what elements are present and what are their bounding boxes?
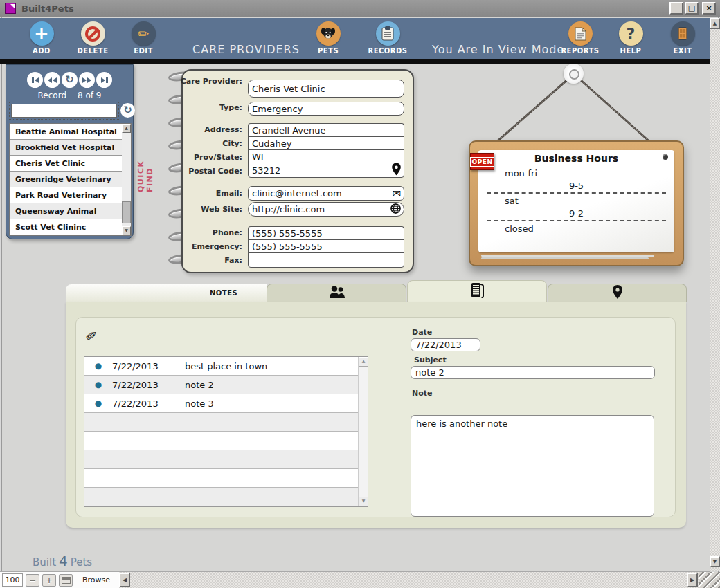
list-item[interactable]: Scott Vet Clininc [10,219,123,235]
close-button[interactable]: × [702,2,716,15]
phone-field[interactable]: (555) 555-5555 [248,226,404,240]
title-bar[interactable]: Built4Pets _ □ × [0,0,720,17]
previous-record-button[interactable] [44,72,60,88]
scroll-up-icon[interactable]: ▲ [122,124,131,133]
hours-day: mon-fri [505,168,537,178]
layout-icon [62,577,71,584]
list-item[interactable]: Brookfield Vet Hospital [10,140,123,156]
main-toolbar: + ADD DELETE ✎ EDIT CARE PROVIDERS PETS … [0,18,710,59]
emergency-field[interactable]: (555) 555-5555 [248,239,404,253]
address-field[interactable]: Crandell Avenue [248,123,404,137]
web-site-field[interactable]: http://clinic.com [248,202,404,217]
business-hours-title: Business Hours [478,153,674,164]
business-hours-paper: Business Hours mon-fri 9-5 sat 9-2 close… [478,150,674,252]
edit-button[interactable]: ✎ EDIT [117,21,170,55]
minimize-button[interactable]: _ [669,2,683,15]
notes-list-scrollbar[interactable]: ▲ ▼ [358,357,368,506]
layout-toggle-button[interactable] [59,574,73,587]
care-provider-field[interactable]: Cheris Vet Clinic [248,80,404,98]
tab-notes[interactable] [407,280,547,302]
zoom-out-button[interactable]: − [26,574,39,587]
list-item[interactable]: Park Road Veterinary [10,187,123,203]
quick-find-input[interactable] [11,104,117,118]
globe-icon[interactable] [390,203,401,216]
open-badge: OPEN [470,153,494,170]
note-row-empty[interactable] [84,469,359,488]
list-item[interactable]: Cheris Vet Clinic [10,156,123,172]
list-item[interactable]: Queensway Animal [10,203,123,219]
page-edge [481,255,654,257]
note-row[interactable]: ● 7/22/2013 note 3 [84,394,359,413]
email-field[interactable]: clinic@internet.com ✉ [248,186,404,201]
zoom-level[interactable]: 100 [2,573,23,587]
note-row-empty[interactable] [84,450,359,469]
reports-button[interactable]: REPORTS [554,21,606,55]
type-field[interactable]: Emergency [248,102,404,116]
hours-day: closed [505,223,534,234]
notes-list: ● 7/22/2013 best place in town ● 7/22/20… [84,356,368,507]
note-row-empty[interactable] [84,432,359,450]
email-icon[interactable]: ✉ [392,187,401,200]
prov-state-field[interactable]: WI [248,149,404,163]
location-pin-icon [613,285,622,302]
delete-button[interactable]: DELETE [66,21,119,55]
tab-locations[interactable] [548,284,687,302]
list-item[interactable]: Beattie Animal Hospital [10,124,123,140]
subject-field[interactable]: note 2 [411,366,655,379]
help-button[interactable]: ? HELP [604,21,657,55]
scroll-right-icon[interactable]: ▶ [687,573,698,587]
scroll-down-icon[interactable]: ▼ [122,226,131,235]
note-row[interactable]: ● 7/22/2013 note 2 [84,376,359,394]
screen-title: CARE PROVIDERS [192,43,300,56]
list-item[interactable]: Greenridge Veterinary [10,172,123,187]
exit-button[interactable]: EXIT [656,21,709,55]
quick-find-refresh-button[interactable]: ↻ [120,103,135,118]
maximize-button[interactable]: □ [685,2,699,15]
first-record-button[interactable] [27,72,43,88]
records-button[interactable]: RECORDS [361,21,414,55]
type-label: Type: [179,104,242,112]
add-button[interactable]: + ADD [15,21,68,55]
note-row-empty[interactable] [84,488,359,506]
vertical-scrollbar[interactable]: ▲ ▼ [710,18,720,571]
subject-label: Subject [414,356,447,365]
pencil-icon[interactable]: ✎ [82,329,101,343]
note-row-empty[interactable] [84,413,359,432]
postal-code-field[interactable]: 53212 [248,163,404,178]
resize-grip[interactable] [699,572,720,588]
web-site-label: Web Site: [179,205,242,214]
contacts-icon [327,285,345,302]
zoom-in-button[interactable]: + [42,574,56,587]
scroll-up-icon[interactable]: ▲ [359,357,368,367]
provider-list-scrollbar[interactable]: ▲ ▼ [122,124,131,235]
tab-contacts[interactable] [267,284,406,302]
pets-button[interactable]: PETS [302,21,354,55]
scroll-left-icon[interactable]: ◀ [119,573,130,587]
application-window: Built4Pets _ □ × + ADD DELETE ✎ EDIT CAR… [0,0,720,588]
last-record-button[interactable] [96,72,112,88]
city-field[interactable]: Cudahey [248,136,404,150]
map-pin-icon[interactable] [392,163,401,178]
report-page-icon [568,21,593,46]
date-field[interactable]: 7/22/2013 [411,338,480,351]
next-record-button[interactable] [79,72,95,88]
record-position: 8 of 9 [78,91,101,100]
dog-icon [316,21,341,46]
browse-mode-select[interactable]: Browse [82,576,110,585]
scrollbar-thumb[interactable] [122,201,131,223]
bullet-icon: ● [84,398,112,408]
fax-field[interactable] [248,252,404,268]
bullet-icon: ● [84,380,112,389]
city-label: City: [179,140,242,148]
note-row[interactable]: ● 7/22/2013 best place in town [84,357,359,376]
question-icon: ? [627,25,636,42]
refresh-records-button[interactable]: ↻ [62,72,78,88]
scroll-down-icon[interactable]: ▼ [359,497,368,506]
notes-inner-panel: ✎ ● 7/22/2013 best place in town ● 7/22/… [75,317,676,517]
scroll-down-icon[interactable]: ▼ [710,556,720,567]
note-textarea[interactable]: here is another note [411,415,654,517]
notes-doc-icon [471,282,484,301]
fax-label: Fax: [179,257,242,265]
door-icon [671,21,695,46]
scroll-up-icon[interactable]: ▲ [710,18,720,29]
